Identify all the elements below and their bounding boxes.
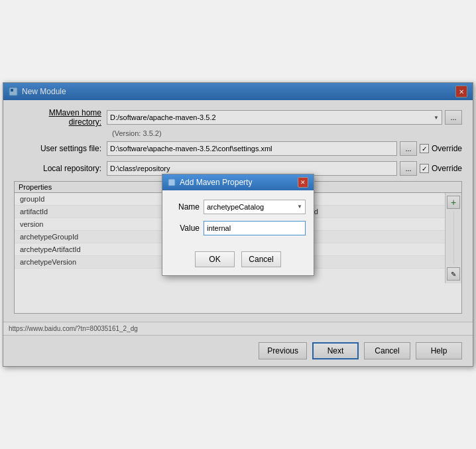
new-module-window: New Module ✕ MMaven home directory: D:/s…	[3, 82, 473, 367]
svg-rect-2	[168, 179, 175, 186]
add-maven-property-dialog: Add Maven Property ✕ Name archetypeCatal…	[162, 174, 314, 276]
modal-name-combo[interactable]: archetypeCatalog ▼	[204, 200, 306, 214]
modal-value-label: Value	[170, 224, 200, 233]
modal-name-row: Name archetypeCatalog ▼	[170, 200, 306, 214]
modal-value-input[interactable]	[204, 221, 306, 235]
modal-overlay: Add Maven Property ✕ Name archetypeCatal…	[3, 83, 473, 366]
modal-title: Add Maven Property	[180, 178, 252, 187]
modal-close-button[interactable]: ✕	[298, 177, 308, 188]
modal-value-row: Value	[170, 221, 306, 235]
modal-body: Name archetypeCatalog ▼ Value	[162, 190, 314, 251]
modal-icon	[168, 178, 176, 186]
modal-cancel-button[interactable]: Cancel	[241, 251, 281, 267]
modal-ok-button[interactable]: OK	[195, 251, 235, 267]
modal-footer: OK Cancel	[162, 251, 314, 275]
modal-name-label: Name	[170, 202, 200, 212]
modal-name-dropdown-icon: ▼	[297, 204, 302, 210]
modal-title-bar: Add Maven Property ✕	[162, 174, 314, 190]
